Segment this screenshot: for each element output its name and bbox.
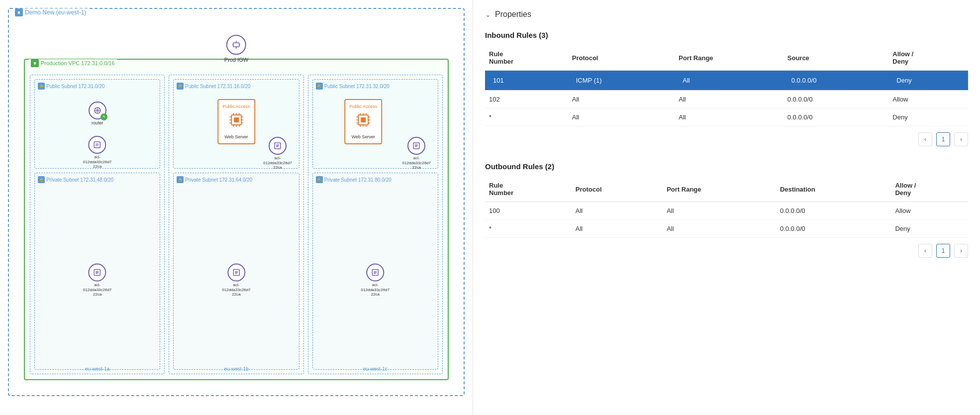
inbound-r3-rule-number: *: [485, 108, 568, 126]
inbound-rules-title: Inbound Rules (3): [485, 31, 968, 39]
az3-private-content: acl-012dda33c26d722ca: [316, 185, 435, 375]
router-label: router: [92, 120, 103, 125]
inbound-r2-source: 0.0.0.0/0: [784, 91, 889, 108]
subnet-icon-2: 🔒: [177, 83, 184, 90]
private-acl-icon-2: [227, 264, 245, 282]
outbound-rules-title: Outbound Rules (2): [485, 162, 968, 171]
router-edit-icon[interactable]: ✎: [100, 113, 107, 120]
outbound-r2-allow-deny: Deny: [891, 220, 968, 238]
inbound-header-row: RuleNumber Protocol Port Range Source Al…: [485, 47, 968, 71]
az3-public-subnet-label: 🔒 Public Subnet 172.31.32.0/20: [316, 83, 435, 90]
az3-label: eu-west-1c: [363, 366, 388, 372]
private-subnet-icon: 🔒: [38, 176, 45, 183]
az-columns: 🔒 Public Subnet 172.31.0/20: [30, 75, 443, 374]
inbound-rules-section: Inbound Rules (3) RuleNumber Protocol Po…: [485, 31, 968, 146]
private-subnet-icon-3: 🔒: [316, 176, 323, 183]
az1-private-acl-label: acl-012dda33c26d722ca: [83, 283, 111, 297]
outbound-r1-port-range: All: [663, 202, 776, 220]
az1-label: eu-west-1a: [85, 366, 109, 372]
az2-private-acl: acl-012dda33c26d722ca: [222, 264, 250, 297]
svg-rect-0: [233, 43, 239, 47]
az2-private-acl-label: acl-012dda33c26d722ca: [222, 283, 250, 297]
inbound-r1-rule-number: 101: [485, 71, 568, 91]
az3-private-subnet-label: 🔒 Private Subnet 172.31.80.0/20: [316, 176, 435, 183]
outbound-r2-protocol: All: [572, 220, 663, 238]
private-subnet-icon-2: 🔒: [177, 176, 184, 183]
igw-icon: [226, 35, 246, 55]
outbound-prev-button[interactable]: ‹: [918, 244, 932, 258]
outbound-r1-rule-number: 100: [485, 202, 572, 220]
az1-private-subnet-label: 🔒 Private Subnet 172.31.48.0/20: [38, 176, 157, 183]
outbound-col-destination: Destination: [776, 179, 891, 202]
vpc-container: ■ Production VPC 172.31.0.0/16 Prod IGW: [24, 59, 449, 380]
properties-panel: ⌄ Properties Inbound Rules (3) RuleNumbe…: [473, 0, 980, 415]
private-acl-icon: [89, 264, 106, 282]
az3-public-subnet: 🔒 Public Subnet 172.31.32.0/20 Public Ac…: [312, 79, 438, 169]
inbound-page-number: 1: [936, 132, 950, 146]
router-icon: ✎: [89, 102, 106, 119]
properties-header: ⌄ Properties: [485, 10, 968, 19]
inbound-row-2[interactable]: 102 All All 0.0.0.0/0 Allow: [485, 91, 968, 108]
inbound-next-button[interactable]: ›: [954, 132, 968, 146]
inbound-row-1[interactable]: 101 ICMP (1) All 0.0.0.0/0 Deny: [485, 71, 968, 91]
inbound-r3-source: 0.0.0.0/0: [784, 108, 889, 126]
az2-private-content: acl-012dda33c26d722ca: [177, 185, 295, 375]
az2-public-acl-label: acl-012dda33c26d722ca: [263, 156, 292, 170]
az2-web-server-top: Public Access: [222, 104, 250, 109]
az2-label: eu-west-1b: [224, 366, 248, 372]
private-acl-icon-3: [366, 264, 384, 282]
az-column-1: 🔒 Public Subnet 172.31.0/20: [30, 75, 165, 374]
inbound-r1-port-range: All: [675, 71, 784, 91]
chip-icon-2: [354, 111, 372, 132]
inbound-r3-port-range: All: [675, 108, 784, 126]
router-node: ✎ router: [89, 102, 106, 125]
outbound-r1-allow-deny: Allow: [891, 202, 968, 220]
acl-icon-2: [269, 137, 287, 155]
az-column-3: 🔒 Public Subnet 172.31.32.0/20 Public Ac…: [308, 75, 443, 374]
inbound-r3-allow-deny: Deny: [888, 108, 968, 126]
inbound-rules-table: RuleNumber Protocol Port Range Source Al…: [485, 47, 968, 126]
inbound-row-3[interactable]: * All All 0.0.0.0/0 Deny: [485, 108, 968, 126]
outbound-r1-protocol: All: [572, 202, 663, 220]
outbound-col-protocol: Protocol: [572, 179, 663, 202]
igw-container: Prod IGW: [224, 35, 248, 63]
az3-public-acl: acl-012dda33c26d722ca: [402, 137, 431, 170]
outer-label: ■ Demo New (eu-west-1): [13, 8, 88, 16]
outbound-r1-destination: 0.0.0.0/0: [776, 202, 891, 220]
az3-web-server-top: Public Access: [350, 104, 378, 109]
outer-container: ■ Demo New (eu-west-1) ■ Production VPC …: [8, 8, 465, 396]
outbound-col-rule-number: RuleNumber: [485, 179, 572, 202]
inbound-r2-allow-deny: Allow: [888, 91, 968, 108]
region-icon: ■: [15, 8, 23, 16]
inbound-prev-button[interactable]: ‹: [918, 132, 932, 146]
az1-private-subnet: 🔒 Private Subnet 172.31.48.0/20: [34, 173, 160, 370]
inbound-pagination: ‹ 1 ›: [485, 132, 968, 146]
chevron-down-icon: ⌄: [485, 10, 491, 18]
inbound-col-rule-number: RuleNumber: [485, 47, 568, 71]
svg-rect-41: [361, 117, 366, 122]
az1-public-subnet-label: 🔒 Public Subnet 172.31.0/20: [38, 83, 157, 90]
az2-public-subnet: 🔒 Public Subnet 172.31.16.0/20 Public Ac…: [173, 79, 299, 169]
az3-web-server[interactable]: Public Access: [345, 99, 383, 144]
outbound-header-row: RuleNumber Protocol Port Range Destinati…: [485, 179, 968, 202]
az2-public-content: Public Access: [177, 92, 295, 174]
inbound-r1-source: 0.0.0.0/0: [784, 71, 889, 91]
outbound-rules-section: Outbound Rules (2) RuleNumber Protocol P…: [485, 162, 968, 258]
az2-web-server[interactable]: Public Access: [217, 99, 255, 144]
az2-public-subnet-label: 🔒 Public Subnet 172.31.16.0/20: [177, 83, 295, 90]
outbound-row-1[interactable]: 100 All All 0.0.0.0/0 Allow: [485, 202, 968, 220]
outbound-next-button[interactable]: ›: [954, 244, 968, 258]
az2-web-server-bottom: Web Server: [224, 134, 248, 139]
az1-public-subnet: 🔒 Public Subnet 172.31.0/20: [34, 79, 160, 169]
az3-web-server-bottom: Web Server: [352, 134, 375, 139]
outbound-r2-rule-number: *: [485, 220, 572, 238]
inbound-col-protocol: Protocol: [568, 47, 675, 71]
svg-rect-19: [234, 117, 239, 122]
outbound-col-port-range: Port Range: [663, 179, 776, 202]
outbound-row-2[interactable]: * All All 0.0.0.0/0 Deny: [485, 220, 968, 238]
inbound-r2-port-range: All: [675, 91, 784, 108]
az3-private-subnet: 🔒 Private Subnet 172.31.80.0/20: [312, 173, 438, 370]
az3-private-acl-label: acl-012dda33c26d722ca: [361, 283, 390, 297]
vpc-icon: ■: [31, 59, 39, 67]
outbound-r2-destination: 0.0.0.0/0: [776, 220, 891, 238]
